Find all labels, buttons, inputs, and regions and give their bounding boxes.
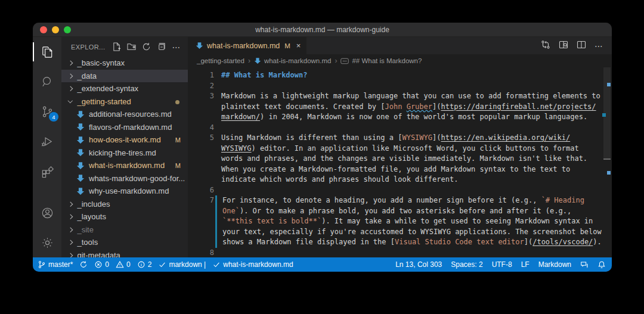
tree-item-label: kicking-the-tires.md [89,148,156,157]
gutter-spacer [214,248,221,258]
chevron-right-icon [68,73,73,78]
chevron-right-icon [68,240,73,245]
gutter-spacer [214,154,221,164]
collapse-all-button[interactable] [157,42,166,51]
tree-item-additional-resources-md[interactable]: additional-resources.md [61,108,188,121]
tree-item--basic-syntax[interactable]: _basic-syntax [61,57,188,70]
tree-item-label: _includes [78,200,110,209]
status-feedback[interactable] [580,260,589,269]
status-language-mode[interactable]: Markdown [538,260,571,269]
open-preview-icon[interactable] [559,40,568,52]
tree-item-whats-markdown-good-for-[interactable]: whats-markdown-good-for... [61,172,188,185]
account-icon [41,206,54,220]
tree-item-label: _extended-syntax [78,84,139,93]
breadcrumb-file[interactable]: what-is-markdown.md [264,57,331,64]
new-file-button[interactable] [112,42,121,51]
tree-item--extended-syntax[interactable]: _extended-syntax [61,82,188,95]
git-gutter-modified [215,195,222,206]
status-label: Ln 13, Col 303 [395,260,442,269]
gutter-spacer [214,81,221,92]
editor-line-7-3: `**this text is bold**`). It may take a … [188,216,612,227]
editor-line-5-4: When you create a Markdown-formatted fil… [188,164,612,175]
editor-content[interactable]: 1## What is Markdown?23Markdown is a lig… [188,67,612,257]
source-control-badge: 4 [49,112,58,122]
tree-item--getting-started[interactable]: _getting-started [61,95,188,108]
close-window-button[interactable] [40,26,47,33]
tree-item-what-is-markdown-md[interactable]: what-is-markdown.mdM [61,159,188,172]
overview-ruler-marker [607,171,611,175]
explorer-header: EXPLOR... ⋯ [61,37,188,57]
line-number: 7 [188,195,214,206]
error-icon [94,260,103,269]
tree-item--layouts[interactable]: _layouts [61,210,188,223]
breadcrumb-folder[interactable]: _getting-started [197,57,244,64]
file-tree: _basic-syntax_data_extended-syntax_getti… [61,57,188,257]
status-lint-file[interactable]: what-is-markdown.md [212,260,293,269]
tree-item-label: _basic-syntax [78,58,125,67]
open-changes-icon[interactable] [541,40,550,52]
status-eol[interactable]: LF [521,260,530,269]
code-text: One`). Or to make a phrase bold, you add… [222,206,571,217]
status-sync[interactable] [79,260,88,269]
status-infos[interactable]: 2 [137,260,152,269]
code-text: markdown/) in 2004, Markdown is now one … [221,112,587,123]
activity-settings[interactable] [33,228,61,257]
status-encoding[interactable]: UTF-8 [492,260,512,269]
overview-ruler-marker [607,83,611,86]
more-actions-button[interactable]: ⋯ [172,42,181,52]
chevron-right-icon [68,201,73,206]
tree-item-why-use-markdown-md[interactable]: why-use-markdown.md [61,185,188,198]
bell-icon [597,260,606,269]
markdown-file-icon [76,187,85,195]
status-errors[interactable]: 0 [94,260,109,269]
traffic-lights [40,26,71,33]
editor-line-7-2: One`). Or to make a phrase bold, you add… [188,206,612,217]
activity-extensions[interactable] [33,156,61,186]
status-lint-markdown[interactable]: markdown | [158,260,206,269]
tab-close-icon[interactable]: × [296,41,301,50]
tree-item--tools[interactable]: _tools [61,236,188,249]
markdown-file-icon [196,42,203,49]
explorer-sidebar: EXPLOR... ⋯ _basic-syntax_data_extended-… [61,37,188,257]
zoom-window-button[interactable] [64,26,71,33]
tree-item-label: _getting-started [78,97,131,106]
tree-item--includes[interactable]: _includes [61,198,188,211]
editor-line-5-2: WYSIWYG) editor. In an application like … [188,144,612,154]
line-number [188,154,214,164]
breadcrumb-symbol[interactable]: ## What is Markdown? [352,57,422,64]
activity-accounts[interactable] [33,198,61,228]
tab-what-is-markdown[interactable]: what-is-markdown.md M × [188,37,306,54]
split-editor-icon[interactable] [577,40,586,52]
status-indentation[interactable]: Spaces: 2 [451,260,482,269]
status-git-branch[interactable]: master* [38,260,73,269]
tree-item-git-metadata[interactable]: git-metadata [61,249,188,258]
minimize-window-button[interactable] [52,26,59,33]
breadcrumb: _getting-started › what-is-markdown.md ›… [188,54,612,67]
tree-item-flavors-of-markdown-md[interactable]: flavors-of-markdown.md [61,121,188,134]
tree-item-kicking-the-tires-md[interactable]: kicking-the-tires.md [61,147,188,160]
activity-source-control[interactable]: 4 [33,97,61,126]
refresh-button[interactable] [142,42,151,51]
status-cursor-position[interactable]: Ln 13, Col 303 [395,260,442,269]
code-text: indicate which words and phrases should … [221,175,458,185]
tree-item-how-does-it-work-md[interactable]: how-does-it-work.mdM [61,133,188,147]
new-folder-button[interactable] [127,42,136,51]
activity-explorer[interactable] [33,37,61,67]
activity-run-debug[interactable] [33,126,61,156]
tree-item-label: _layouts [78,212,106,221]
status-label: what-is-markdown.md [223,260,293,269]
code-text: your text, especially if you're accustom… [222,227,602,238]
git-modified-dot [175,100,179,104]
activity-search[interactable] [33,67,61,97]
tree-item--site[interactable]: _site [61,223,188,237]
status-notifications[interactable] [597,260,606,269]
tab-bar: what-is-markdown.md M × ⋯ [188,37,612,54]
sync-icon [79,260,88,269]
symbol-icon [340,58,349,64]
status-label: Spaces: 2 [451,260,482,269]
more-editor-actions-icon[interactable]: ⋯ [595,41,603,51]
tree-item--data[interactable]: _data [61,70,188,83]
status-warnings[interactable]: 0 [116,260,131,269]
editor-line-5-5: indicate which words and phrases should … [188,175,612,185]
status-label: Markdown [538,260,571,269]
